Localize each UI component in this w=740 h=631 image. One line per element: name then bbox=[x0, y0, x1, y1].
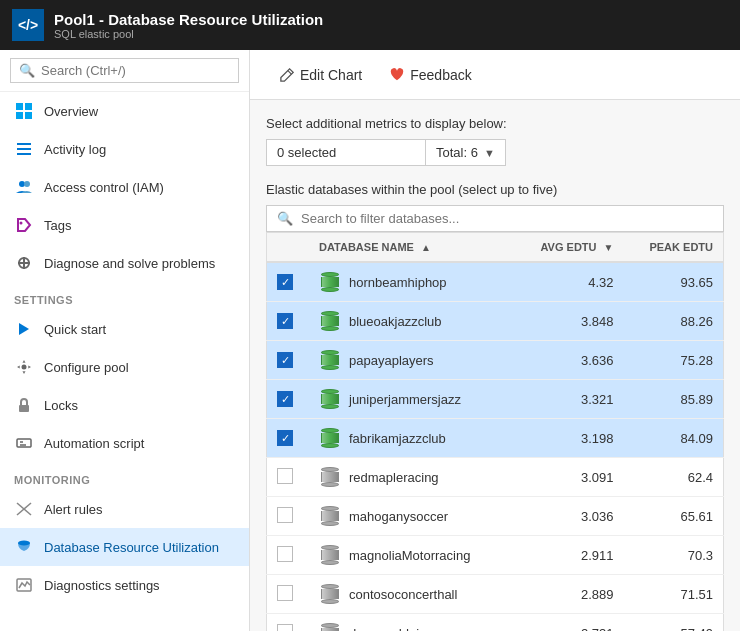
col-db-name-header[interactable]: DATABASE NAME ▲ bbox=[309, 233, 513, 263]
sidebar-item-alert-rules[interactable]: Alert rules bbox=[0, 490, 249, 528]
metrics-total-display[interactable]: Total: 6 ▼ bbox=[426, 139, 506, 166]
sidebar-item-automation[interactable]: Automation script bbox=[0, 424, 249, 462]
checked-checkbox[interactable]: ✓ bbox=[277, 313, 293, 329]
unchecked-checkbox[interactable] bbox=[277, 546, 293, 562]
db-cylinder-icon bbox=[319, 349, 341, 371]
table-row[interactable]: ✓blueoakjazzclub3.84888.26 bbox=[267, 302, 724, 341]
sidebar-item-tags[interactable]: Tags bbox=[0, 206, 249, 244]
db-cylinder-icon bbox=[319, 271, 341, 293]
table-row[interactable]: ✓hornbeamhiphop4.3293.65 bbox=[267, 262, 724, 302]
row-checkbox-cell[interactable] bbox=[267, 575, 310, 614]
table-header-row: DATABASE NAME ▲ AVG EDTU ▼ PEAK EDTU bbox=[267, 233, 724, 263]
row-avg-edtu: 4.32 bbox=[513, 262, 624, 302]
row-db-name: mahoganysoccer bbox=[309, 497, 513, 536]
sidebar-item-access-control[interactable]: Access control (IAM) bbox=[0, 168, 249, 206]
search-area: 🔍 bbox=[0, 50, 249, 92]
svg-rect-17 bbox=[17, 439, 31, 447]
sidebar-label-configure: Configure pool bbox=[44, 360, 129, 375]
row-avg-edtu: 3.636 bbox=[513, 341, 624, 380]
sidebar-label-activity: Activity log bbox=[44, 142, 106, 157]
filter-input[interactable] bbox=[301, 211, 713, 226]
row-avg-edtu: 2.889 bbox=[513, 575, 624, 614]
metrics-dropdown-row: 0 selected Total: 6 ▼ bbox=[266, 139, 724, 166]
svg-rect-1 bbox=[25, 103, 32, 110]
diagnose-icon bbox=[14, 253, 34, 273]
sidebar-label-alerts: Alert rules bbox=[44, 502, 103, 517]
table-row[interactable]: ✓papayaplayers3.63675.28 bbox=[267, 341, 724, 380]
unchecked-checkbox[interactable] bbox=[277, 585, 293, 601]
db-cylinder-icon bbox=[319, 505, 341, 527]
monitoring-section-label: MONITORING bbox=[0, 462, 249, 490]
svg-line-24 bbox=[288, 70, 292, 74]
svg-point-8 bbox=[24, 181, 30, 187]
sidebar-item-configure-pool[interactable]: Configure pool bbox=[0, 348, 249, 386]
row-peak-edtu: 85.89 bbox=[623, 380, 723, 419]
feedback-button[interactable]: Feedback bbox=[376, 61, 485, 89]
checked-checkbox[interactable]: ✓ bbox=[277, 274, 293, 290]
quickstart-icon bbox=[14, 319, 34, 339]
row-checkbox-cell[interactable]: ✓ bbox=[267, 262, 310, 302]
metrics-selected-dropdown[interactable]: 0 selected bbox=[266, 139, 426, 166]
row-db-name: redmapleracing bbox=[309, 458, 513, 497]
db-cylinder-icon bbox=[319, 310, 341, 332]
row-avg-edtu: 3.321 bbox=[513, 380, 624, 419]
row-avg-edtu: 2.731 bbox=[513, 614, 624, 632]
row-peak-edtu: 65.61 bbox=[623, 497, 723, 536]
row-avg-edtu: 3.198 bbox=[513, 419, 624, 458]
row-db-name: hornbeamhiphop bbox=[309, 262, 513, 302]
activity-log-icon bbox=[14, 139, 34, 159]
svg-rect-2 bbox=[16, 112, 23, 119]
sidebar-item-locks[interactable]: Locks bbox=[0, 386, 249, 424]
content-area: Select additional metrics to display bel… bbox=[250, 100, 740, 631]
table-row[interactable]: ✓juniperjammersjazz3.32185.89 bbox=[267, 380, 724, 419]
row-checkbox-cell[interactable]: ✓ bbox=[267, 341, 310, 380]
table-row[interactable]: mahoganysoccer3.03665.61 bbox=[267, 497, 724, 536]
db-cylinder-icon bbox=[319, 388, 341, 410]
sidebar-item-activity-log[interactable]: Activity log bbox=[0, 130, 249, 168]
row-checkbox-cell[interactable]: ✓ bbox=[267, 419, 310, 458]
sidebar-label-tags: Tags bbox=[44, 218, 71, 233]
checked-checkbox[interactable]: ✓ bbox=[277, 391, 293, 407]
table-row[interactable]: contosoconcerthall2.88971.51 bbox=[267, 575, 724, 614]
table-row[interactable]: ✓fabrikamjazzclub3.19884.09 bbox=[267, 419, 724, 458]
search-input[interactable] bbox=[41, 63, 230, 78]
col-avg-edtu-header[interactable]: AVG EDTU ▼ bbox=[513, 233, 624, 263]
page-title: Pool1 - Database Resource Utilization bbox=[54, 11, 323, 28]
row-checkbox-cell[interactable]: ✓ bbox=[267, 302, 310, 341]
sidebar-item-db-resource[interactable]: Database Resource Utilization bbox=[0, 528, 249, 566]
sidebar-item-quick-start[interactable]: Quick start bbox=[0, 310, 249, 348]
row-checkbox-cell[interactable] bbox=[267, 458, 310, 497]
unchecked-checkbox[interactable] bbox=[277, 507, 293, 523]
sidebar-item-overview[interactable]: Overview bbox=[0, 92, 249, 130]
sort-asc-icon: ▲ bbox=[421, 242, 431, 253]
table-row[interactable]: dogwooddojo2.73157.49 bbox=[267, 614, 724, 632]
checked-checkbox[interactable]: ✓ bbox=[277, 430, 293, 446]
checked-checkbox[interactable]: ✓ bbox=[277, 352, 293, 368]
row-db-name: blueoakjazzclub bbox=[309, 302, 513, 341]
table-row[interactable]: magnoliaMotorracing2.91170.3 bbox=[267, 536, 724, 575]
sidebar-item-diagnostics[interactable]: Diagnostics settings bbox=[0, 566, 249, 604]
row-peak-edtu: 88.26 bbox=[623, 302, 723, 341]
row-avg-edtu: 3.848 bbox=[513, 302, 624, 341]
table-row[interactable]: redmapleracing3.09162.4 bbox=[267, 458, 724, 497]
row-peak-edtu: 57.49 bbox=[623, 614, 723, 632]
main-layout: 🔍 Overview Activity log Access control (… bbox=[0, 50, 740, 631]
unchecked-checkbox[interactable] bbox=[277, 468, 293, 484]
chevron-down-icon: ▼ bbox=[484, 147, 495, 159]
sidebar-label-diagnose: Diagnose and solve problems bbox=[44, 256, 215, 271]
edit-chart-button[interactable]: Edit Chart bbox=[266, 61, 376, 89]
row-checkbox-cell[interactable] bbox=[267, 536, 310, 575]
row-peak-edtu: 70.3 bbox=[623, 536, 723, 575]
unchecked-checkbox[interactable] bbox=[277, 624, 293, 632]
row-checkbox-cell[interactable]: ✓ bbox=[267, 380, 310, 419]
row-checkbox-cell[interactable] bbox=[267, 497, 310, 536]
search-wrapper[interactable]: 🔍 bbox=[10, 58, 239, 83]
tags-icon bbox=[14, 215, 34, 235]
pencil-icon bbox=[280, 68, 294, 82]
header-title-block: Pool1 - Database Resource Utilization SQ… bbox=[54, 11, 323, 40]
row-db-name: contosoconcerthall bbox=[309, 575, 513, 614]
sidebar-label-dbresource: Database Resource Utilization bbox=[44, 540, 219, 555]
row-db-name: papayaplayers bbox=[309, 341, 513, 380]
row-checkbox-cell[interactable] bbox=[267, 614, 310, 632]
sidebar-item-diagnose[interactable]: Diagnose and solve problems bbox=[0, 244, 249, 282]
